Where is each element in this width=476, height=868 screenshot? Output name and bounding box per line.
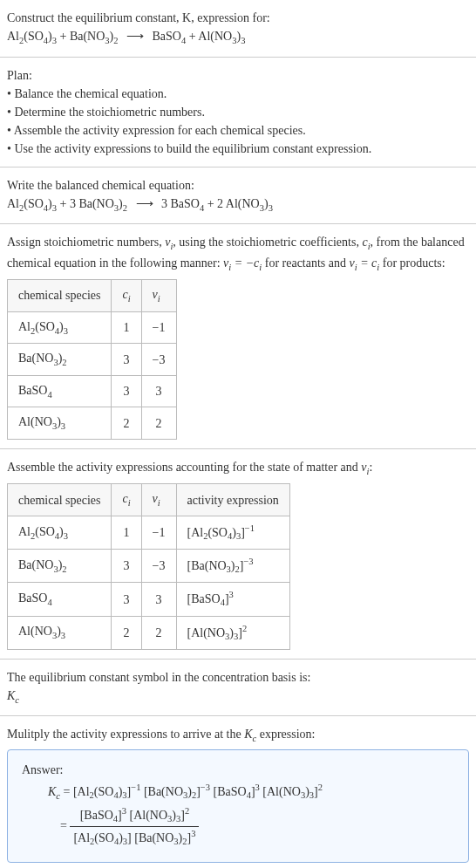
cell-ci: 3 — [112, 375, 141, 407]
cell-ci: 2 — [112, 407, 141, 440]
problem-equation: Al2(SO4)3 + Ba(NO3)2 ⟶ BaSO4 + Al(NO3)3 — [7, 27, 469, 48]
cell-species: Al(NO3)3 — [8, 616, 112, 649]
multiply-line: Mulitply the activity expressions to arr… — [7, 725, 469, 746]
cell-species: Ba(NO3)2 — [8, 344, 112, 376]
plan-section: Plan: • Balance the chemical equation. •… — [0, 58, 476, 167]
balanced-title: Write the balanced chemical equation: — [7, 176, 469, 195]
col-species: chemical species — [8, 484, 112, 516]
plan-bullet-1-text: Balance the chemical equation. — [14, 87, 167, 100]
balanced-equation: Al2(SO4)3 + 3 Ba(NO3)2 ⟶ 3 BaSO4 + 2 Al(… — [7, 195, 469, 215]
balanced-section: Write the balanced chemical equation: Al… — [0, 167, 476, 225]
cell-ci: 3 — [112, 583, 141, 616]
multiply-section: Mulitply the activity expressions to arr… — [0, 716, 476, 868]
table-header-row: chemical species ci νi activity expressi… — [8, 484, 290, 516]
cell-ci: 2 — [112, 616, 141, 649]
cell-species: Ba(NO3)2 — [8, 550, 112, 583]
cell-nui: −1 — [141, 311, 176, 344]
activity-table: chemical species ci νi activity expressi… — [7, 483, 290, 649]
stoich-section: Assign stoichiometric numbers, νi, using… — [0, 224, 476, 449]
answer-line1: Kc = [Al2(SO4)3]−1 [Ba(NO3)2]−3 [BaSO4]3… — [48, 781, 454, 803]
plan-bullet-4: • Use the activity expressions to build … — [7, 140, 469, 158]
answer-line2: = [BaSO4]3 [Al(NO3)3]2 [Al2(SO4)3] [Ba(N… — [48, 804, 454, 849]
cell-activity: [Ba(NO3)2]−3 — [176, 550, 289, 583]
symbol-line: The equilibrium constant symbol in the c… — [7, 668, 469, 687]
col-nui: νi — [141, 280, 176, 312]
plan-bullet-4-text: Use the activity expressions to build th… — [14, 142, 371, 155]
cell-ci: 3 — [112, 344, 141, 376]
answer-box: Answer: Kc = [Al2(SO4)3]−1 [Ba(NO3)2]−3 … — [7, 749, 469, 863]
plan-bullet-1: • Balance the chemical equation. — [7, 85, 469, 103]
table-row: Al2(SO4)3 1 −1 [Al2(SO4)3]−1 — [8, 516, 290, 550]
stoich-intro-mid1: , using the stoichiometric coefficients, — [173, 236, 362, 249]
table-row: Al2(SO4)3 1 −1 — [8, 311, 177, 344]
activity-section: Assemble the activity expressions accoun… — [0, 449, 476, 660]
plan-title: Plan: — [7, 66, 469, 85]
cell-ci: 1 — [112, 516, 141, 550]
stoich-table: chemical species ci νi Al2(SO4)3 1 −1 Ba… — [7, 279, 177, 440]
cell-ci: 1 — [112, 311, 141, 344]
cell-species: BaSO4 — [8, 583, 112, 616]
col-ci: ci — [112, 484, 141, 516]
table-row: Al(NO3)3 2 2 [Al(NO3)3]2 — [8, 616, 290, 649]
cell-activity: [Al(NO3)3]2 — [176, 616, 289, 649]
cell-species: Al2(SO4)3 — [8, 516, 112, 550]
col-ci: ci — [112, 280, 141, 312]
plan-bullet-2-text: Determine the stoichiometric numbers. — [14, 106, 205, 119]
cell-nui: 3 — [141, 375, 176, 407]
cell-species: Al2(SO4)3 — [8, 311, 112, 344]
cell-nui: −3 — [141, 550, 176, 583]
stoich-intro-mid3: for reactants and — [262, 256, 349, 270]
stoich-intro: Assign stoichiometric numbers, νi, using… — [7, 233, 469, 274]
plan-bullet-3-text: Assemble the activity expression for eac… — [14, 124, 306, 137]
symbol-section: The equilibrium constant symbol in the c… — [0, 660, 476, 717]
problem-text: Construct the equilibrium constant, K, e… — [7, 11, 270, 24]
plan-bullet-3: • Assemble the activity expression for e… — [7, 121, 469, 140]
symbol-kc: Kc — [7, 687, 469, 707]
cell-activity: [Al2(SO4)3]−1 — [176, 516, 289, 550]
cell-nui: 2 — [141, 407, 176, 440]
stoich-intro-end: for products: — [379, 256, 445, 270]
cell-nui: −3 — [141, 344, 176, 376]
cell-ci: 3 — [112, 550, 141, 583]
stoich-intro-pre: Assign stoichiometric numbers, — [7, 236, 165, 249]
table-row: Ba(NO3)2 3 −3 [Ba(NO3)2]−3 — [8, 550, 290, 583]
cell-nui: 2 — [141, 616, 176, 649]
cell-nui: −1 — [141, 516, 176, 550]
plan-bullet-2: • Determine the stoichiometric numbers. — [7, 103, 469, 121]
table-header-row: chemical species ci νi — [8, 280, 177, 312]
problem-line1: Construct the equilibrium constant, K, e… — [7, 9, 469, 27]
cell-nui: 3 — [141, 583, 176, 616]
table-row: Ba(NO3)2 3 −3 — [8, 344, 177, 376]
activity-intro: Assemble the activity expressions accoun… — [7, 458, 469, 479]
col-activity: activity expression — [176, 484, 289, 516]
table-row: BaSO4 3 3 — [8, 375, 177, 407]
table-row: Al(NO3)3 2 2 — [8, 407, 177, 440]
problem-header: Construct the equilibrium constant, K, e… — [0, 0, 476, 58]
col-species: chemical species — [8, 280, 112, 312]
cell-species: Al(NO3)3 — [8, 407, 112, 440]
answer-label: Answer: — [22, 761, 454, 779]
cell-activity: [BaSO4]3 — [176, 583, 289, 616]
table-row: BaSO4 3 3 [BaSO4]3 — [8, 583, 290, 616]
col-nui: νi — [141, 484, 176, 516]
answer-content: Kc = [Al2(SO4)3]−1 [Ba(NO3)2]−3 [BaSO4]3… — [22, 781, 454, 850]
cell-species: BaSO4 — [8, 375, 112, 407]
